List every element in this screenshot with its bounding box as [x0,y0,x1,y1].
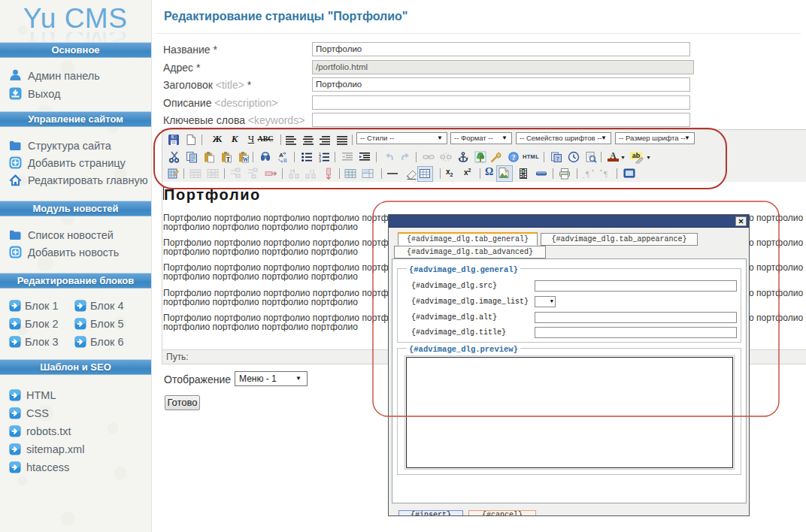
svg-text:¶: ¶ [586,169,589,178]
svg-text:7: 7 [556,156,559,162]
svg-text:T: T [226,156,231,163]
svg-text:W: W [243,156,249,163]
svg-text:B: B [283,158,287,163]
svg-text:?: ? [512,154,516,162]
svg-text:¶: ¶ [604,169,608,178]
svg-text:3: 3 [319,159,321,163]
